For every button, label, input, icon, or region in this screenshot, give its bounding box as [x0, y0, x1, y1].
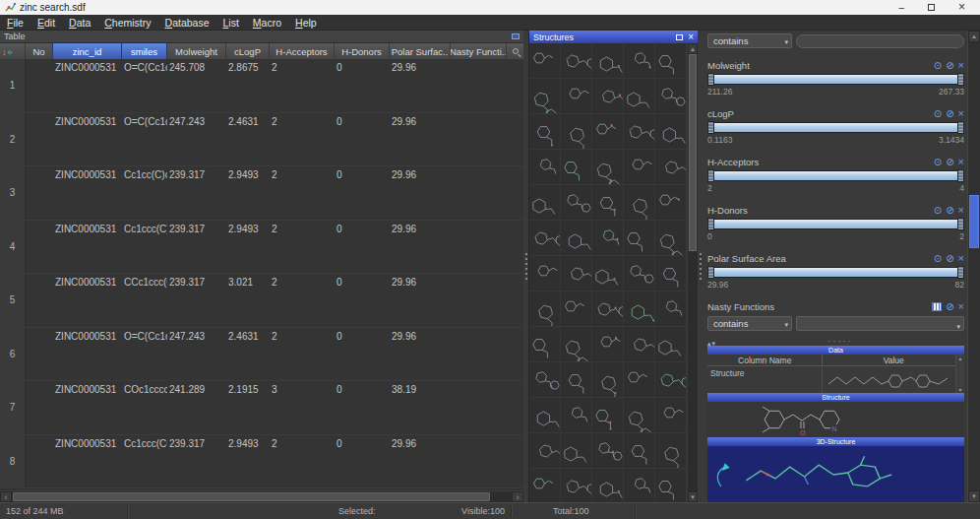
structure-thumbnail[interactable] — [561, 256, 592, 292]
search-text-input[interactable] — [796, 34, 964, 48]
structure-thumbnail[interactable] — [561, 221, 592, 256]
structure-thumbnail[interactable] — [655, 327, 687, 362]
disable-filter-icon[interactable] — [946, 206, 953, 216]
slider-track[interactable] — [714, 267, 957, 278]
structure-thumbnail[interactable] — [592, 43, 624, 79]
structure-thumbnail[interactable] — [561, 433, 592, 469]
structure-thumbnail[interactable] — [529, 433, 561, 469]
structure-thumbnail[interactable] — [561, 79, 592, 114]
structure-thumbnail[interactable] — [655, 185, 687, 221]
range-slider[interactable] — [707, 218, 964, 230]
disable-filter-icon[interactable] — [946, 158, 953, 167]
structure-thumbnail[interactable] — [624, 256, 655, 292]
structure-thumbnail[interactable] — [624, 114, 655, 150]
column-header-no[interactable]: No — [26, 43, 53, 59]
detail-row-structure[interactable]: Structure — [707, 366, 964, 393]
structure-thumbnail[interactable] — [655, 43, 687, 79]
structure-thumbnail[interactable] — [529, 327, 561, 362]
scroll-right-button[interactable] — [512, 491, 523, 502]
slider-handle-left[interactable] — [707, 218, 714, 230]
scroll-up-icon[interactable] — [958, 355, 961, 361]
slider-handle-right[interactable] — [957, 121, 964, 134]
structure-filter-operator-select[interactable]: contains — [707, 316, 792, 331]
column-header-smiles[interactable]: smiles — [122, 43, 167, 59]
structure-thumbnail[interactable] — [655, 150, 687, 185]
structure-thumbnail[interactable] — [561, 114, 592, 150]
column-header-h-acceptors[interactable]: H-Acceptors — [270, 43, 335, 59]
slider-track[interactable] — [714, 170, 957, 181]
structure-thumbnail[interactable] — [592, 79, 624, 114]
structure-thumbnail[interactable] — [624, 221, 655, 256]
structure-thumbnail[interactable] — [561, 398, 592, 433]
search-operator-select[interactable]: contains — [707, 33, 792, 48]
disable-filter-icon[interactable] — [946, 302, 953, 312]
vscroll-thumb[interactable] — [689, 54, 697, 251]
structure-thumbnail[interactable] — [655, 114, 687, 150]
structure-thumbnail[interactable] — [561, 185, 592, 221]
animate-filter-icon[interactable] — [934, 61, 942, 71]
close-filter-icon[interactable] — [958, 108, 964, 119]
edit-structure-icon[interactable] — [932, 302, 942, 311]
close-filter-icon[interactable] — [958, 301, 964, 312]
detail-column-name-header[interactable]: Column Name — [707, 355, 823, 365]
slider-handle-left[interactable] — [707, 266, 714, 279]
close-filter-icon[interactable] — [958, 60, 964, 71]
table-row[interactable]: 2 ZINC0000531 O=C(Cc1cccn 247.243 2.4631… — [0, 113, 523, 167]
structure-thumbnail[interactable] — [561, 327, 592, 362]
structure-thumbnail[interactable] — [561, 292, 592, 327]
structure-thumbnail[interactable] — [529, 292, 561, 327]
structure-thumbnail[interactable] — [592, 327, 624, 362]
structure-thumbnail[interactable] — [592, 114, 624, 150]
structure-thumbnail[interactable] — [561, 150, 592, 185]
structure-thumbnail[interactable] — [592, 469, 624, 502]
disable-filter-icon[interactable] — [946, 61, 953, 71]
hscroll-track[interactable] — [12, 491, 512, 502]
structures-vscrollbar[interactable] — [687, 43, 698, 502]
table-row[interactable]: 3 ZINC0000531 Cc1cc(C)cc(C 239.317 2.949… — [0, 166, 523, 221]
menu-database[interactable]: Database — [158, 16, 216, 30]
structure-thumbnail[interactable] — [592, 221, 624, 256]
range-slider[interactable] — [707, 121, 964, 134]
slider-track[interactable] — [714, 219, 957, 229]
structure-thumbnail[interactable] — [624, 327, 655, 362]
scroll-down-button[interactable] — [688, 491, 698, 502]
menu-chemistry[interactable]: Chemistry — [97, 16, 157, 30]
structure-thumbnail[interactable] — [624, 362, 655, 398]
slider-handle-right[interactable] — [957, 218, 964, 230]
structure-thumbnail[interactable] — [529, 362, 561, 398]
table-panel-titlebar[interactable]: Table — [0, 31, 523, 43]
structure-thumbnail[interactable] — [624, 469, 655, 502]
structure-thumbnail[interactable] — [624, 292, 655, 327]
scroll-down-button[interactable] — [968, 490, 980, 502]
structure-thumbnail[interactable] — [655, 256, 687, 292]
structure-section-header[interactable]: Structure — [707, 393, 964, 402]
menu-data[interactable]: Data — [62, 16, 97, 30]
range-slider[interactable] — [707, 169, 964, 182]
menu-file[interactable]: File — [0, 16, 31, 30]
structure-thumbnail[interactable] — [561, 362, 592, 398]
structure-thumbnail[interactable] — [624, 398, 655, 433]
disable-filter-icon[interactable] — [946, 109, 953, 119]
minimize-button[interactable] — [898, 3, 904, 13]
close-filter-icon[interactable] — [958, 253, 964, 264]
table-row[interactable]: 4 ZINC0000531 Cc1ccc(C)c(C 239.317 2.949… — [0, 221, 523, 275]
structure-filter-combo[interactable] — [796, 316, 964, 331]
disable-filter-icon[interactable] — [946, 254, 953, 264]
window-titlebar[interactable]: zinc search.sdf — [0, 0, 980, 15]
filter-vscroll-thumb[interactable] — [969, 195, 979, 249]
slider-track[interactable] — [714, 122, 957, 133]
column-header-molweight[interactable]: Molweight — [167, 43, 226, 59]
close-panel-icon[interactable] — [688, 32, 694, 42]
scroll-up-button[interactable] — [688, 43, 698, 54]
maximize-button[interactable] — [928, 3, 935, 13]
filter-vscroll-track[interactable] — [968, 42, 980, 490]
structure-thumbnail[interactable] — [529, 43, 561, 79]
slider-handle-right[interactable] — [957, 73, 964, 86]
hscroll-thumb[interactable] — [13, 492, 490, 501]
structures-titlebar[interactable]: Structures — [529, 31, 698, 43]
structure-thumbnail[interactable] — [529, 398, 561, 433]
structure-thumbnail[interactable] — [529, 150, 561, 185]
structure-thumbnail[interactable] — [529, 114, 561, 150]
column-header-nasty-functions[interactable]: Nasty Functi.. — [451, 43, 507, 59]
slider-handle-left[interactable] — [707, 121, 714, 134]
